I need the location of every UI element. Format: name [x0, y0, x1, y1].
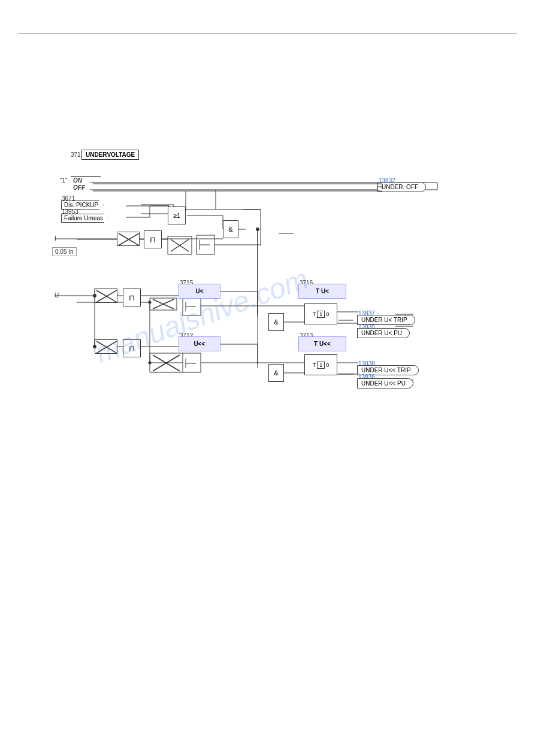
title-block-undervoltage: UNDERVOLTAGE — [81, 150, 139, 160]
on-label: ON — [73, 177, 82, 184]
u-lt-block: U< — [179, 284, 220, 299]
output-under-u-ltlt-pu: UNDER U<< PU — [357, 378, 413, 388]
or-gate: ≥1 — [168, 207, 186, 224]
input-one-label: "1" — [60, 177, 68, 184]
t-u-ltlt-block: T U<< — [298, 336, 346, 351]
u-label: U — [55, 292, 59, 299]
output-under-off: UNDER. OFF — [377, 182, 426, 192]
u-ltlt-comparator — [95, 339, 117, 354]
threshold-i-label: 0.05 In — [52, 247, 77, 256]
svg-line-58 — [270, 233, 294, 306]
failure-umeas-input: Failure Umeas — [61, 214, 108, 223]
timer-u-lt: T 1 0 — [304, 303, 337, 324]
on-line — [71, 176, 101, 177]
u-ltlt-flipflop: ⊓ — [123, 339, 141, 357]
u-comparator-block — [95, 289, 117, 303]
top-divider — [18, 33, 517, 34]
timer-u-ltlt: T 1 0 — [304, 354, 337, 375]
and-gate-3: & — [268, 364, 284, 382]
off-label: OFF — [73, 184, 85, 191]
output-under-u-lt-pu: UNDER U< PU — [357, 328, 410, 338]
and-gate-2: & — [268, 313, 284, 331]
i-comparator-block — [117, 232, 140, 246]
t-u-lt-block: T U< — [298, 284, 346, 299]
i-label: I — [55, 235, 56, 242]
and-gate-1: & — [223, 220, 238, 238]
svg-point-59 — [149, 362, 152, 365]
i-flipflop: ⊓ — [144, 230, 162, 248]
u-ltlt-block: U<< — [179, 336, 220, 351]
u-lt-flipflop: ⊓ — [123, 289, 141, 306]
